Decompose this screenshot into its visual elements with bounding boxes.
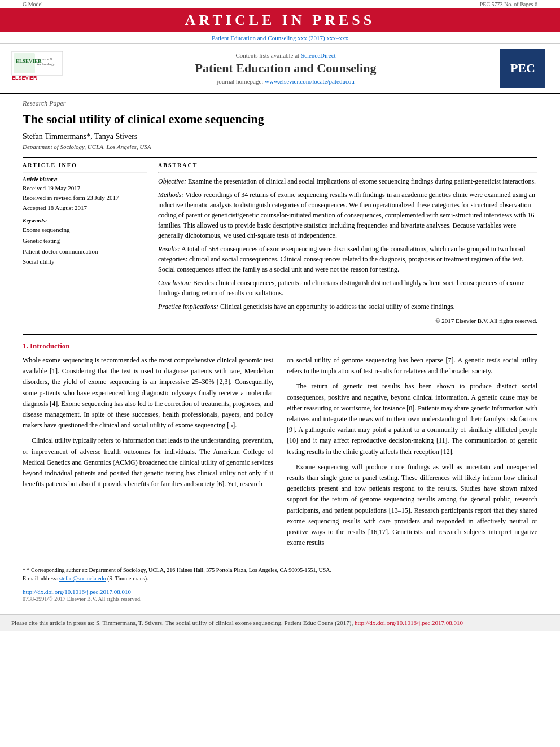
intro-col2-p2: The return of genetic test results has b… [287, 381, 537, 457]
issn-line: 0738-3991/© 2017 Elsevier B.V. All right… [23, 596, 141, 602]
intro-col1-p1: Whole exome sequencing is recommended as… [23, 355, 273, 431]
methods-text: Video-recordings of 34 returns of exome … [158, 191, 535, 239]
history-label: Article history: [23, 176, 147, 182]
journal-header: 🌿 ELSEVIER science & technology ELSEVIER… [0, 44, 560, 94]
intro-col1-p2: Clinical utility typically refers to inf… [23, 435, 273, 490]
authors-text: Stefan Timmermans*, Tanya Stivers [23, 132, 137, 141]
elsevier-logo-container: 🌿 ELSEVIER science & technology ELSEVIER [9, 50, 71, 86]
affiliation: Department of Sociology, UCLA, Los Angel… [23, 143, 537, 150]
cite-text: Please cite this article in press as: S.… [11, 619, 353, 626]
objective-label: Objective: [158, 177, 186, 185]
footnote-section: * * Corresponding author at: Department … [23, 562, 537, 583]
results-label: Results: [158, 245, 180, 253]
article-title: The social utility of clinical exome seq… [23, 111, 537, 128]
banner-text: ARTICLE IN PRESS [185, 12, 375, 28]
gmodel-right: PEC 5773 No. of Pages 6 [480, 1, 537, 7]
article-in-press-banner: ARTICLE IN PRESS [0, 8, 560, 32]
intro-col2-p3: Exome sequencing will produce more findi… [287, 462, 537, 549]
journal-title-section: Contents lists available at ScienceDirec… [71, 52, 500, 85]
abstract-methods: Methods: Video-recordings of 34 returns … [158, 190, 537, 241]
practice-text: Clinical geneticists have an opportunity… [220, 303, 455, 311]
abstract-section: Objective: Examine the presentation of c… [158, 176, 537, 326]
introduction-section: 1. Introduction Whole exome sequencing i… [23, 334, 537, 553]
main-content: Research Paper The social utility of cli… [0, 94, 560, 608]
abstract-col: Abstract Objective: Examine the presenta… [158, 162, 537, 326]
revised-date: Received in revised form 23 July 2017 [23, 193, 147, 203]
gmodel-line: G Model PEC 5773 No. of Pages 6 [0, 0, 560, 8]
intro-col2-p1: on social utility of genome sequencing h… [287, 355, 537, 377]
journal-title: Patient Education and Counseling [71, 61, 500, 76]
intro-body: Whole exome sequencing is recommended as… [23, 355, 537, 553]
cite-url[interactable]: http://dx.doi.org/10.1016/j.pec.2017.08.… [355, 619, 463, 626]
journal-reference: Patient Education and Counseling xxx (20… [0, 32, 560, 44]
results-text: A total of 568 consequences of exome seq… [158, 245, 525, 273]
intro-col2: on social utility of genome sequencing h… [287, 355, 537, 553]
accepted-date: Accepted 18 August 2017 [23, 203, 147, 213]
abstract-label: Abstract [158, 162, 537, 168]
abstract-results: Results: A total of 568 consequences of … [158, 244, 537, 274]
divider-1 [23, 157, 537, 158]
keywords-section: Keywords: Exome sequencing Genetic testi… [23, 217, 147, 267]
doi-section: http://dx.doi.org/10.1016/j.pec.2017.08.… [23, 588, 537, 602]
footnote-email: E-mail address: stefan@soc.ucla.edu (S. … [23, 574, 537, 583]
received-date: Received 19 May 2017 [23, 184, 147, 194]
abstract-practice: Practice implications: Clinical genetici… [158, 302, 537, 312]
keywords-list: Exome sequencing Genetic testing Patient… [23, 225, 147, 267]
intro-col1: Whole exome sequencing is recommended as… [23, 355, 273, 553]
gmodel-left: G Model [23, 1, 43, 7]
article-type: Research Paper [23, 99, 537, 108]
email-suffix: (S. Timmermans). [107, 575, 148, 582]
divider-abstract [158, 172, 537, 173]
footnote-address: * * Corresponding author at: Department … [23, 566, 537, 574]
bottom-citation-bar: Please cite this article in press as: S.… [0, 614, 560, 631]
conclusion-label: Conclusion: [158, 279, 191, 287]
article-history: Article history: Received 19 May 2017 Re… [23, 176, 147, 213]
abstract-copyright: © 2017 Elsevier B.V. All rights reserved… [158, 316, 537, 326]
email-label: E-mail address: [23, 575, 58, 582]
contents-line: Contents lists available at ScienceDirec… [71, 52, 500, 59]
keyword-3: Patient-doctor communication [23, 246, 147, 257]
divider-info [23, 172, 147, 173]
svg-text:technology: technology [37, 62, 55, 67]
conclusion-text: Besides clinical consequences, patients … [158, 279, 524, 297]
abstract-objective: Objective: Examine the presentation of c… [158, 176, 537, 186]
email-link[interactable]: stefan@soc.ucla.edu [59, 575, 106, 582]
abstract-conclusion: Conclusion: Besides clinical consequence… [158, 278, 537, 298]
keywords-label: Keywords: [23, 217, 147, 224]
sciencedirect-link[interactable]: ScienceDirect [301, 52, 336, 59]
svg-text:ELSEVIER: ELSEVIER [12, 75, 37, 81]
keyword-2: Genetic testing [23, 235, 147, 246]
methods-label: Methods: [158, 191, 183, 199]
elsevier-logo: 🌿 ELSEVIER science & technology ELSEVIER [9, 50, 65, 84]
journal-homepage: journal homepage: www.elsevier.com/locat… [71, 78, 500, 85]
pec-logo: PEC [500, 49, 545, 88]
article-info-col: Article Info Article history: Received 1… [23, 162, 147, 326]
pec-logo-container: PEC [500, 49, 551, 88]
objective-text: Examine the presentation of clinical and… [188, 177, 536, 185]
journal-ref-text: Patient Education and Counseling xxx (20… [212, 34, 348, 41]
homepage-link[interactable]: www.elsevier.com/locate/pateducou [265, 78, 355, 85]
footnote-star: * [23, 567, 27, 573]
keyword-1: Exome sequencing [23, 225, 147, 235]
article-info-label: Article Info [23, 162, 147, 168]
authors: Stefan Timmermans*, Tanya Stivers [23, 132, 537, 141]
intro-heading: 1. Introduction [23, 342, 537, 351]
svg-text:science &: science & [37, 57, 53, 62]
article-info-abstract: Article Info Article history: Received 1… [23, 162, 537, 326]
doi-link[interactable]: http://dx.doi.org/10.1016/j.pec.2017.08.… [23, 588, 131, 595]
practice-label: Practice implications: [158, 303, 218, 311]
keyword-4: Social utility [23, 256, 147, 267]
footnote-text: * Corresponding author at: Department of… [27, 567, 332, 573]
